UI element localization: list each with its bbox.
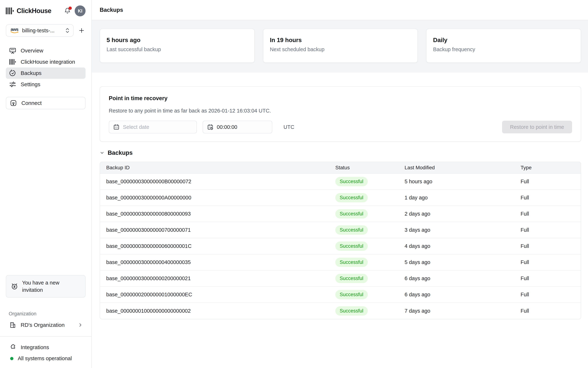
backups-section-toggle[interactable]: Backups	[100, 149, 581, 156]
clickhouse-bars-icon	[9, 59, 17, 65]
table-row: base_000000030000000400000035Successful5…	[100, 254, 581, 271]
last-modified-cell: 3 days ago	[404, 227, 521, 233]
table-row: base_000000030000000A00000000Successful1…	[100, 190, 581, 206]
last-modified-cell: 5 days ago	[404, 259, 521, 265]
connect-button-label: Connect	[21, 100, 42, 106]
service-name: billing-tests-...	[22, 28, 62, 34]
date-input-placeholder: Select date	[123, 124, 149, 130]
sidebar-item-label: Overview	[21, 47, 43, 54]
sidebar-item-label: Backups	[21, 70, 42, 76]
sidebar-nav: Overview ClickHouse integration Backups	[6, 45, 86, 90]
presentation-board-icon	[9, 47, 17, 55]
timezone-label: UTC	[283, 124, 294, 130]
sidebar-item-settings[interactable]: Settings	[6, 79, 86, 90]
type-cell: Full	[521, 276, 581, 281]
column-header-backup-id: Backup ID	[100, 165, 335, 171]
sidebar: ClickHouse KI aws billing-tests-...	[0, 0, 92, 368]
chevron-right-icon	[78, 323, 83, 327]
backup-id-cell: base_000000030000000800000093	[100, 211, 335, 217]
add-service-button[interactable]	[78, 27, 86, 35]
stat-caption: Next scheduled backup	[270, 46, 411, 52]
stat-card-next-backup: In 19 hours Next scheduled backup	[263, 29, 418, 63]
page-title: Backups	[100, 7, 123, 13]
sidebar-item-backups[interactable]: Backups	[6, 67, 86, 79]
status-cell: Successful	[335, 193, 404, 202]
integrations-link[interactable]: Integrations	[6, 344, 86, 351]
sidebar-item-label: Settings	[21, 81, 40, 87]
pitr-title: Point in time recovery	[109, 95, 572, 102]
last-modified-cell: 6 days ago	[404, 276, 521, 281]
stat-caption: Backup frequency	[433, 46, 574, 52]
status-badge: Successful	[335, 274, 368, 283]
table-row: base_000000030000000200000021Successful6…	[100, 271, 581, 287]
status-badge: Successful	[335, 193, 368, 202]
sidebar-item-clickhouse-integration[interactable]: ClickHouse integration	[6, 56, 86, 67]
type-cell: Full	[521, 227, 581, 233]
status-ok-dot-icon	[10, 357, 13, 360]
stat-value: 5 hours ago	[106, 37, 248, 44]
notification-dot	[69, 7, 72, 10]
connect-button[interactable]: Connect	[6, 97, 86, 109]
backup-id-cell: base_000000010000000000000002	[100, 308, 335, 314]
status-cell: Successful	[335, 290, 404, 299]
chevron-up-down-icon	[65, 28, 70, 34]
avatar[interactable]: KI	[75, 5, 86, 16]
alarm-invitation-icon	[10, 282, 18, 290]
column-header-status: Status	[335, 165, 404, 171]
backup-id-cell: base_000000030000000A00000000	[100, 195, 335, 201]
type-cell: Full	[521, 211, 581, 217]
type-cell: Full	[521, 292, 581, 298]
type-cell: Full	[521, 243, 581, 249]
last-modified-cell: 2 days ago	[404, 211, 521, 217]
backup-id-cell: base_00000003000000060000001C	[100, 243, 335, 249]
stat-card-last-backup: 5 hours ago Last successful backup	[100, 29, 255, 63]
status-cell: Successful	[335, 306, 404, 316]
stat-caption: Last successful backup	[106, 46, 248, 52]
organization-name: RD's Organization	[21, 322, 65, 328]
table-row: base_0000000200000001000000ECSuccessful6…	[100, 287, 581, 303]
stats-band: 5 hours ago Last successful backup In 19…	[92, 20, 588, 73]
restore-to-point-in-time-button[interactable]: Restore to point in time	[502, 121, 572, 133]
type-cell: Full	[521, 179, 581, 184]
brand-row: ClickHouse KI	[6, 5, 86, 17]
service-selector[interactable]: aws billing-tests-...	[6, 24, 74, 37]
backups-table: Backup ID Status Last Modified Type base…	[100, 162, 581, 319]
status-badge: Successful	[335, 177, 368, 186]
type-cell: Full	[521, 259, 581, 265]
status-cell: Successful	[335, 209, 404, 219]
invitation-banner[interactable]: You have a new invitation	[6, 275, 86, 298]
organization-switcher[interactable]: RD's Organization	[6, 321, 86, 329]
backup-history-icon	[9, 69, 17, 77]
stat-value: Daily	[433, 37, 574, 44]
organization-section-label: Organization	[6, 311, 86, 317]
notifications-bell-icon[interactable]	[64, 7, 71, 15]
backup-id-cell: base_0000000200000001000000EC	[100, 292, 335, 298]
sidebar-divider	[0, 336, 91, 337]
date-input[interactable]: Select date	[109, 121, 197, 133]
backup-id-cell: base_000000030000000400000035	[100, 259, 335, 265]
time-input[interactable]: 00:00:00	[203, 121, 272, 133]
backup-id-cell: base_000000030000000700000071	[100, 227, 335, 233]
page-header: Backups	[92, 0, 588, 20]
system-status-label: All systems operational	[18, 356, 72, 361]
stat-card-frequency: Daily Backup frequency	[426, 29, 581, 63]
type-cell: Full	[521, 195, 581, 201]
clickhouse-logo-icon	[6, 8, 14, 14]
status-badge: Successful	[335, 241, 368, 251]
last-modified-cell: 1 day ago	[404, 195, 521, 201]
column-header-last-modified: Last Modified	[404, 165, 521, 171]
sidebar-item-overview[interactable]: Overview	[6, 45, 86, 56]
calendar-icon	[113, 124, 120, 130]
type-cell: Full	[521, 308, 581, 314]
status-cell: Successful	[335, 177, 404, 186]
connect-wifi-icon	[9, 100, 18, 107]
status-badge: Successful	[335, 258, 368, 267]
time-input-value: 00:00:00	[217, 124, 237, 130]
sidebar-item-label: ClickHouse integration	[21, 59, 75, 65]
puzzle-icon	[9, 344, 17, 351]
last-modified-cell: 6 days ago	[404, 292, 521, 298]
chevron-down-icon	[100, 150, 105, 155]
backups-section-title: Backups	[108, 149, 133, 156]
system-status-link[interactable]: All systems operational	[6, 356, 86, 361]
table-row: base_000000030000000B00000072Successful5…	[100, 174, 581, 190]
